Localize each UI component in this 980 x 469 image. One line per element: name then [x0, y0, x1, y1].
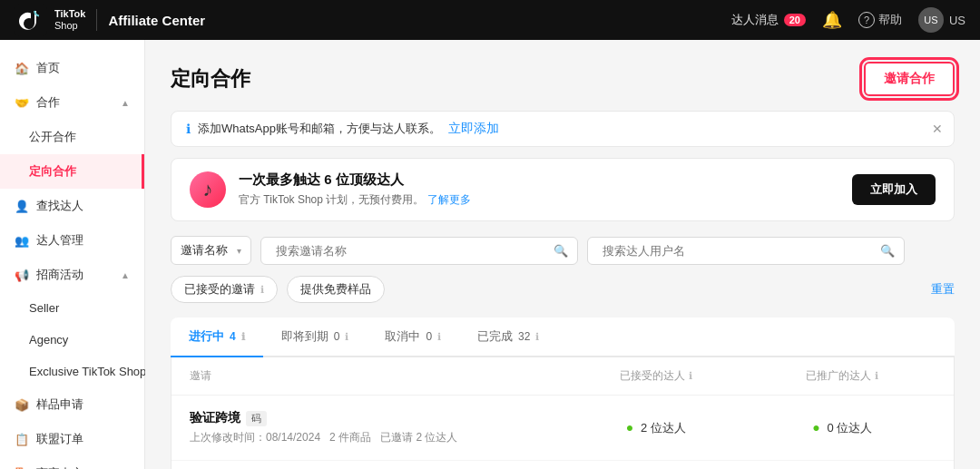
creator-search-wrap: 🔍: [587, 237, 905, 265]
tab-completed-info-icon[interactable]: ℹ: [535, 331, 539, 343]
main-content: 定向合作 邀请合作 ℹ 添加WhatsApp账号和邮箱，方便与达人联系。 立即添…: [145, 40, 980, 469]
row-title-1: 验证跨境 码: [190, 410, 563, 426]
chevron-up2-icon: ▲: [121, 270, 130, 280]
sidebar-item-seller[interactable]: Seller: [0, 292, 144, 324]
tab-cancelled-info-icon[interactable]: ℹ: [437, 331, 441, 343]
sidebar: 🏠 首页 🤝 合作 ▲ 公开合作 定向合作 👤 查找达人 👥 达人管理 📢: [0, 40, 145, 469]
creator-mgmt-label: 达人管理: [36, 232, 83, 249]
sidebar-item-creator-mgmt[interactable]: 👥 达人管理: [0, 223, 144, 258]
promo-text: 一次最多触达 6 位顶级达人 官方 TikTok Shop 计划，无预付费用。 …: [239, 171, 471, 208]
tab-completed-count: 32: [518, 330, 530, 343]
sidebar-item-public-collab[interactable]: 公开合作: [0, 120, 144, 154]
logo[interactable]: TikTokShop: [15, 4, 85, 36]
promo-subtitle: 官方 TikTok Shop 计划，无预付费用。 了解更多: [239, 192, 471, 208]
avatar: US: [918, 7, 944, 33]
sidebar-section-marketing[interactable]: 📢 招商活动 ▲: [0, 258, 144, 292]
search-icon: 🔍: [554, 244, 568, 258]
row-promoted-1: ● 0 位达人: [750, 420, 936, 436]
promo-logo: ♪: [190, 171, 226, 208]
row-meta-1: 上次修改时间：08/14/2024 2 件商品 已邀请 2 位达人: [190, 430, 563, 445]
messages-button[interactable]: 达人消息 20: [731, 12, 806, 28]
tabs-container: 进行中 4 ℹ 即将到期 0 ℹ 取消中 0 ℹ 已完成 32 ℹ: [171, 318, 955, 469]
promo-banner: ♪ 一次最多触达 6 位顶级达人 官方 TikTok Shop 计划，无预付费用…: [171, 158, 955, 221]
tab-cancelled-count: 0: [426, 330, 432, 343]
table-row: test templete text 码 上次修改时间：08/13/2024 2…: [172, 461, 954, 469]
find-creator-label: 查找达人: [36, 198, 83, 214]
page-header: 定向合作 邀请合作: [171, 62, 955, 96]
col-promoted: 已推广的达人 ℹ: [750, 368, 936, 384]
sidebar-item-home[interactable]: 🏠 首页: [0, 51, 144, 85]
promoted-count-1: 0 位达人: [828, 421, 873, 435]
app-title: Affiliate Center: [108, 13, 205, 28]
promo-title: 一次最多触达 6 位顶级达人: [239, 171, 471, 189]
sidebar-item-directed-collab[interactable]: 定向合作: [0, 154, 144, 189]
filter-bar: 邀请名称 ▾ 🔍 🔍: [171, 236, 955, 265]
select-label: 邀请名称: [181, 242, 228, 259]
find-creator-icon: 👤: [15, 200, 29, 213]
help-label: 帮助: [878, 12, 902, 28]
sidebar-section-collab[interactable]: 🤝 合作 ▲: [0, 85, 144, 120]
sidebar-item-affiliate-order[interactable]: 📋 联盟订单: [0, 422, 144, 456]
exclusive-label: Exclusive TikTok Shop: [29, 365, 146, 378]
row-tag-1: 码: [246, 411, 267, 426]
reset-button[interactable]: 重置: [931, 281, 955, 298]
directed-collab-label: 定向合作: [29, 163, 76, 180]
sidebar-item-agency[interactable]: Agency: [0, 324, 144, 356]
filter-tags: 已接受的邀请 ℹ 提供免费样品 重置: [171, 276, 955, 303]
bell-icon[interactable]: 🔔: [822, 10, 842, 30]
help-button[interactable]: ? 帮助: [858, 12, 902, 28]
table-header: 邀请 已接受的达人 ℹ 已推广的达人 ℹ: [172, 357, 954, 396]
dot-icon: ●: [626, 420, 633, 435]
promoted-col-info-icon: ℹ: [875, 370, 878, 382]
marketing-label: 招商活动: [36, 267, 83, 283]
join-button[interactable]: 立即加入: [852, 174, 936, 205]
tab-completed[interactable]: 已完成 32 ℹ: [459, 318, 557, 357]
alert-close-icon[interactable]: ✕: [932, 122, 943, 136]
user-menu[interactable]: US US: [918, 7, 965, 33]
col-accepted: 已接受的达人 ℹ: [563, 368, 750, 384]
sidebar-home-label: 首页: [36, 60, 60, 76]
invite-search-wrap: 🔍: [260, 237, 578, 265]
sidebar-item-find-creator[interactable]: 👤 查找达人: [0, 189, 144, 223]
marketing-icon: 📢: [15, 269, 29, 282]
tab-ongoing-info-icon[interactable]: ℹ: [241, 331, 245, 343]
tab-ongoing-count: 4: [230, 330, 236, 343]
sidebar-item-sample[interactable]: 📦 样品申请: [0, 387, 144, 422]
sidebar-item-merchant[interactable]: 🏪 商家中心 ↗: [0, 456, 144, 469]
row-name-1: 验证跨境 码 上次修改时间：08/14/2024 2 件商品 已邀请 2 位达人: [190, 410, 563, 445]
invite-search-input[interactable]: [270, 238, 554, 264]
affiliate-order-label: 联盟订单: [36, 431, 83, 447]
help-circle-icon: ?: [858, 12, 875, 28]
select-chevron-icon: ▾: [237, 246, 241, 256]
creator-search-input[interactable]: [597, 238, 880, 264]
agency-label: Agency: [29, 333, 68, 347]
seller-label: Seller: [29, 301, 59, 315]
invite-button[interactable]: 邀请合作: [864, 62, 955, 96]
tab-expiring-info-icon[interactable]: ℹ: [345, 331, 348, 343]
table-row: 验证跨境 码 上次修改时间：08/14/2024 2 件商品 已邀请 2 位达人…: [172, 396, 954, 461]
sample-filter-tag[interactable]: 提供免费样品: [287, 276, 385, 303]
tab-expiring[interactable]: 即将到期 0 ℹ: [263, 318, 368, 357]
collab-label: 合作: [36, 94, 60, 111]
alert-text: 添加WhatsApp账号和邮箱，方便与达人联系。: [198, 121, 441, 137]
accepted-filter-tag[interactable]: 已接受的邀请 ℹ: [171, 276, 278, 303]
creator-mgmt-icon: 👥: [15, 234, 29, 248]
tab-completed-label: 已完成: [477, 328, 513, 345]
nav-right: 达人消息 20 🔔 ? 帮助 US US: [731, 7, 965, 33]
tab-ongoing[interactable]: 进行中 4 ℹ: [171, 318, 263, 357]
sample-label: 样品申请: [36, 396, 83, 413]
accepted-tag-info-icon: ℹ: [260, 284, 264, 296]
tab-cancelled[interactable]: 取消中 0 ℹ: [367, 318, 459, 357]
tab-expiring-count: 0: [334, 330, 340, 343]
sample-tag-label: 提供免费样品: [300, 281, 371, 298]
home-icon: 🏠: [15, 62, 29, 75]
sidebar-item-exclusive[interactable]: Exclusive TikTok Shop: [0, 356, 144, 387]
affiliate-order-icon: 📋: [15, 433, 29, 446]
sample-icon: 📦: [15, 398, 29, 412]
alert-link[interactable]: 立即添加: [448, 121, 499, 137]
table: 邀请 已接受的达人 ℹ 已推广的达人 ℹ 验证跨境: [171, 357, 955, 469]
nav-divider: [96, 9, 97, 31]
promo-link[interactable]: 了解更多: [427, 193, 471, 206]
collab-icon: 🤝: [15, 96, 29, 110]
invite-name-select[interactable]: 邀请名称 ▾: [171, 236, 251, 265]
